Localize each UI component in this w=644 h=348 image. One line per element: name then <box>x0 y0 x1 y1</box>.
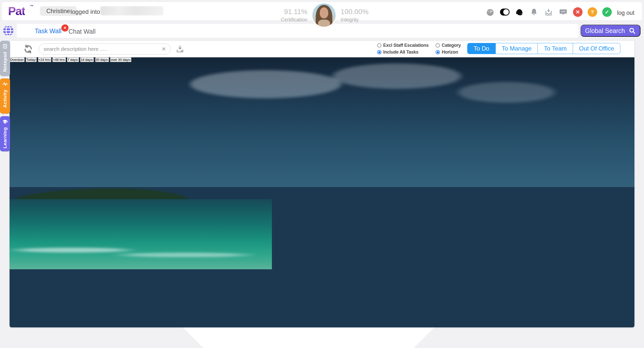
global-search-label: Global Search <box>585 27 625 34</box>
task-wall-card: ✕ Excl Staff Escalations Include All Tas… <box>10 41 634 327</box>
sidebar-tab-label: Activity <box>2 90 8 108</box>
horizon-label: Today <box>26 58 35 62</box>
sidebar-tab-activity[interactable]: Activity <box>0 78 10 114</box>
user-stats: 91.11% Certification 100.00% Integrity <box>261 4 387 27</box>
clear-search-icon[interactable]: ✕ <box>162 46 166 52</box>
integrity-value: 100.00% <box>341 8 387 16</box>
photo-cliff <box>91 71 634 284</box>
horizon-14days-button[interactable]: 14 days› <box>80 57 94 62</box>
horizon-label: 7 days <box>67 58 77 62</box>
help-icon[interactable]: ? <box>588 7 597 17</box>
global-search-button[interactable]: Global Search <box>581 25 640 37</box>
dark-mode-toggle-icon[interactable] <box>500 7 510 17</box>
sidebar-tab-notepad[interactable]: Notepad <box>0 41 10 76</box>
sidebar-tab-label: Notepad <box>2 52 8 72</box>
wall-close-badge[interactable]: ✕ <box>61 24 68 31</box>
inbox-download-icon[interactable] <box>544 7 553 17</box>
tab-to-manage[interactable]: To Manage <box>495 43 538 54</box>
horizon-48hrs-button[interactable]: +48 hrs› <box>52 57 66 62</box>
close-icon[interactable]: ✕ <box>573 7 583 17</box>
success-check-icon[interactable]: ✓ <box>602 7 612 17</box>
chat-bubble-icon[interactable] <box>558 7 568 17</box>
search-input[interactable] <box>44 46 162 52</box>
tab-out-of-office[interactable]: Out Of Office <box>573 43 621 54</box>
sidebar-tab-label: Learning <box>2 127 8 148</box>
chevron-right-icon: › <box>77 58 78 62</box>
wallpaper-photo: Overdue› Today› +24 hrs› +48 hrs› 7 days… <box>10 57 634 327</box>
avatar-face <box>320 7 329 18</box>
task-wall-tab[interactable]: Task Wall <box>35 27 61 35</box>
chat-wall-tab[interactable]: Chat Wall <box>68 28 95 35</box>
certification-stat: 91.11% Certification <box>261 8 307 23</box>
integrity-stat: 100.00% Integrity <box>341 8 387 23</box>
filter-excl-staff-escalations[interactable]: Excl Staff Escalations <box>377 43 428 48</box>
filter-include-all-tasks[interactable]: Include All Tasks <box>377 50 428 55</box>
horizon-30days-button[interactable]: 30 days› <box>95 57 109 62</box>
horizon-label: +24 hrs <box>39 58 50 62</box>
avatar[interactable] <box>312 4 336 27</box>
search-box: ✕ <box>39 44 171 55</box>
radio-dot <box>377 50 381 54</box>
horizon-overdue-button[interactable]: Overdue› <box>10 57 25 62</box>
support-headset-icon[interactable] <box>515 7 524 17</box>
chevron-right-icon: › <box>50 58 51 62</box>
filter-label: Excl Staff Escalations <box>383 43 428 48</box>
trademark-symbol: ™ <box>30 4 33 8</box>
tab-to-do[interactable]: To Do <box>467 43 496 54</box>
certification-value: 91.11% <box>261 8 307 16</box>
logged-into-value-redacted <box>100 6 164 16</box>
pat-logo: Pat <box>8 4 25 18</box>
tab-to-team[interactable]: To Team <box>538 43 573 54</box>
notepad-icon <box>2 43 8 49</box>
chevron-right-icon: › <box>107 58 108 62</box>
radio-dot <box>436 50 440 54</box>
top-header: Pat ™ Christine logged into: 91.11% Cert… <box>2 2 642 20</box>
search-icon <box>628 27 636 34</box>
chevron-right-icon: › <box>64 58 65 62</box>
refresh-icon[interactable] <box>23 44 33 54</box>
horizon-7days-button[interactable]: 7 days› <box>67 57 79 62</box>
horizon-buttons-row: Overdue› Today› +24 hrs› +48 hrs› 7 days… <box>10 57 131 62</box>
pulse-icon <box>2 81 8 87</box>
logout-link[interactable]: log out <box>617 10 634 16</box>
filter-label: Include All Tasks <box>383 50 418 55</box>
horizon-24hrs-button[interactable]: +24 hrs› <box>38 57 51 62</box>
filter-horizon[interactable]: Horizon <box>436 50 461 55</box>
certification-label: Certification <box>261 17 307 23</box>
horizon-today-button[interactable]: Today› <box>26 57 37 62</box>
wall-tabs-bar: Task Wall ✕ Chat Wall <box>17 24 579 38</box>
horizon-label: +48 hrs <box>53 58 64 62</box>
filter-label: Horizon <box>442 50 458 55</box>
avatar-body <box>318 20 330 27</box>
horizon-label: Overdue <box>10 58 23 62</box>
bell-icon[interactable] <box>529 7 539 17</box>
graduation-cap-icon <box>2 119 8 125</box>
globe-icon[interactable] <box>3 25 14 36</box>
horizon-label: 14 days <box>81 58 92 62</box>
gauge-icon[interactable] <box>485 7 495 17</box>
chevron-right-icon: › <box>23 58 24 62</box>
sidebar-tab-learning[interactable]: Learning <box>0 116 10 151</box>
chevron-right-icon: › <box>35 58 36 62</box>
horizon-label: over 30 days <box>111 58 130 62</box>
filter-label: Category <box>442 43 461 48</box>
horizon-label: 30 days <box>96 58 108 62</box>
view-tabs: To Do To Manage To Team Out Of Office <box>467 43 620 54</box>
logged-into-label: logged into: <box>70 8 102 15</box>
integrity-label: Integrity <box>341 17 387 23</box>
radio-dot <box>377 43 381 48</box>
radio-dot <box>436 43 440 48</box>
chevron-right-icon: › <box>92 58 93 62</box>
task-toolbar: ✕ Excl Staff Escalations Include All Tas… <box>10 41 634 57</box>
task-filters: Excl Staff Escalations Include All Tasks… <box>377 43 461 55</box>
header-icon-row: ✕ ? ✓ <box>485 7 612 17</box>
download-icon[interactable] <box>176 45 184 53</box>
horizon-over30days-button[interactable]: over 30 days› <box>110 57 131 62</box>
filter-category[interactable]: Category <box>436 43 461 48</box>
chevron-right-icon: › <box>130 58 131 62</box>
